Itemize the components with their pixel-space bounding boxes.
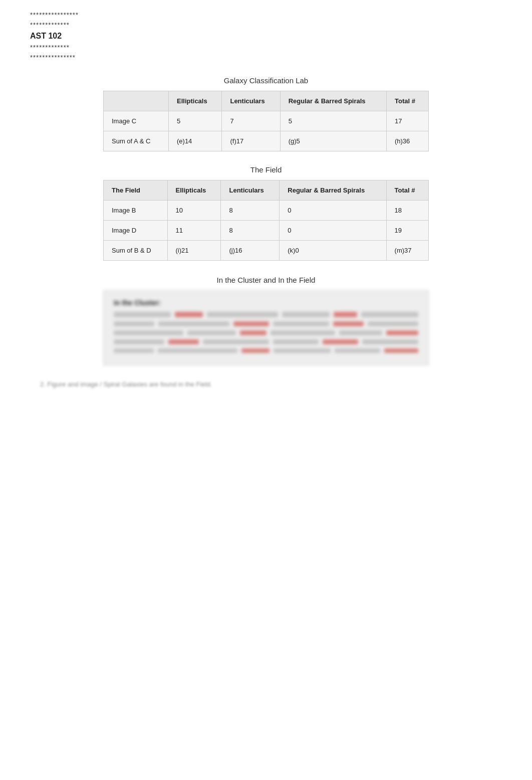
in-cluster-label: In the Cluster: — [114, 299, 418, 307]
row-spirals: 0 — [280, 201, 386, 221]
row-spirals: (g)5 — [280, 131, 386, 151]
row-total: 18 — [386, 201, 428, 221]
stars-line2: ************* — [30, 20, 502, 30]
field-table-header-row: The Field Ellipticals Lenticulars Regula… — [104, 180, 429, 201]
footnote: 2. Figure and image / Spiral Galaxies ar… — [30, 380, 502, 388]
row-ellipticals: (e)14 — [169, 131, 222, 151]
header-section: **************** ************* AST 102 *… — [30, 10, 502, 62]
row-total: (m)37 — [386, 241, 428, 261]
row-spirals: (k)0 — [280, 241, 386, 261]
galaxy-lab-title: Galaxy Classification Lab — [30, 76, 502, 85]
cluster-col-ellipticals: Ellipticals — [169, 91, 222, 111]
course-title: AST 102 — [30, 32, 502, 41]
cluster-table-header-row: Ellipticals Lenticulars Regular & Barred… — [104, 91, 429, 111]
table-row: Sum of B & D (i)21 (j)16 (k)0 (m)37 — [104, 241, 429, 261]
field-table-wrapper: The Field Ellipticals Lenticulars Regula… — [103, 180, 429, 261]
footnote-text: Figure and image / Spiral Galaxies are f… — [47, 380, 212, 388]
field-table: The Field Ellipticals Lenticulars Regula… — [103, 180, 429, 261]
cluster-col-label — [104, 91, 169, 111]
row-spirals: 0 — [280, 221, 386, 241]
stars-line4: *************** — [30, 53, 502, 63]
cluster-col-lenticulars: Lenticulars — [222, 91, 280, 111]
combined-section: In the Cluster and In the Field In the C… — [30, 276, 502, 365]
combined-section-title: In the Cluster and In the Field — [30, 276, 502, 284]
cluster-col-spirals: Regular & Barred Spirals — [280, 91, 386, 111]
stars-line1: **************** — [30, 10, 502, 20]
field-section-title: The Field — [30, 165, 502, 174]
field-col-lenticulars: Lenticulars — [221, 180, 280, 201]
table-row: Image C 5 7 5 17 — [104, 111, 429, 131]
row-total: 17 — [386, 111, 428, 131]
row-total: 19 — [386, 221, 428, 241]
footnote-number: 2. — [40, 380, 46, 388]
field-col-total: Total # — [386, 180, 428, 201]
blurred-row — [114, 348, 418, 353]
row-label: Sum of A & C — [104, 131, 169, 151]
combined-table-wrapper: In the Cluster: — [103, 290, 429, 365]
row-ellipticals: (i)21 — [167, 241, 221, 261]
field-col-ellipticals: Ellipticals — [167, 180, 221, 201]
row-label: Image B — [104, 201, 168, 221]
row-label: Image C — [104, 111, 169, 131]
row-lenticulars: (j)16 — [221, 241, 280, 261]
blurred-row — [114, 339, 418, 344]
row-lenticulars: (f)17 — [222, 131, 280, 151]
blurred-row — [114, 321, 418, 326]
blurred-content: In the Cluster: — [103, 290, 429, 365]
table-row: Image D 11 8 0 19 — [104, 221, 429, 241]
row-total: (h)36 — [386, 131, 428, 151]
cluster-col-total: Total # — [386, 91, 428, 111]
row-ellipticals: 10 — [167, 201, 221, 221]
cluster-table: Ellipticals Lenticulars Regular & Barred… — [103, 91, 429, 151]
table-row: Image B 10 8 0 18 — [104, 201, 429, 221]
blurred-row — [114, 312, 418, 317]
field-col-label: The Field — [104, 180, 168, 201]
row-label: Sum of B & D — [104, 241, 168, 261]
blurred-row — [114, 330, 418, 335]
cluster-table-wrapper: Ellipticals Lenticulars Regular & Barred… — [103, 91, 429, 151]
row-lenticulars: 7 — [222, 111, 280, 131]
stars-line3: ************* — [30, 43, 502, 53]
row-lenticulars: 8 — [221, 221, 280, 241]
row-lenticulars: 8 — [221, 201, 280, 221]
row-ellipticals: 5 — [169, 111, 222, 131]
row-ellipticals: 11 — [167, 221, 221, 241]
field-col-spirals: Regular & Barred Spirals — [280, 180, 386, 201]
row-label: Image D — [104, 221, 168, 241]
row-spirals: 5 — [280, 111, 386, 131]
table-row: Sum of A & C (e)14 (f)17 (g)5 (h)36 — [104, 131, 429, 151]
